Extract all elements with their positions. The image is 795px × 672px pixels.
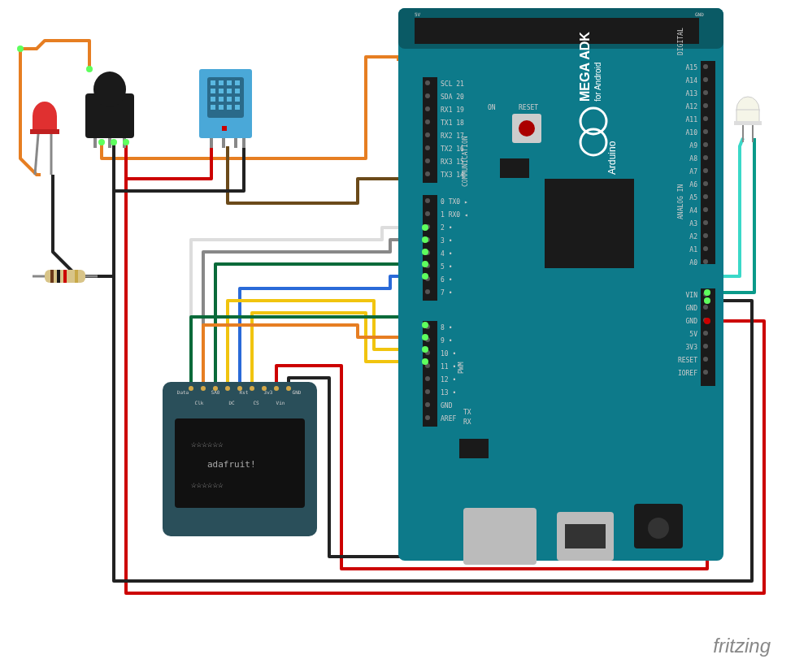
svg-text:GND: GND bbox=[695, 11, 704, 17]
svg-point-126 bbox=[648, 518, 669, 539]
svg-point-40 bbox=[703, 142, 708, 147]
svg-point-31 bbox=[425, 389, 430, 394]
svg-text:GND: GND bbox=[293, 389, 302, 395]
svg-text:A10: A10 bbox=[686, 129, 698, 137]
svg-rect-190 bbox=[50, 270, 54, 283]
reset-button[interactable] bbox=[512, 114, 541, 143]
svg-text:7 •: 7 • bbox=[441, 289, 452, 297]
svg-rect-161 bbox=[219, 97, 224, 102]
svg-rect-185 bbox=[734, 121, 762, 125]
svg-text:10 •: 10 • bbox=[441, 350, 456, 358]
svg-rect-169 bbox=[222, 138, 225, 148]
svg-text:Arduino: Arduino bbox=[606, 141, 618, 175]
svg-point-49 bbox=[703, 259, 708, 264]
svg-rect-193 bbox=[75, 270, 78, 283]
svg-rect-122 bbox=[463, 508, 537, 565]
svg-text:RESET: RESET bbox=[519, 104, 538, 111]
svg-rect-114 bbox=[459, 439, 489, 458]
svg-rect-170 bbox=[234, 138, 237, 148]
red-led bbox=[30, 102, 59, 175]
svg-text:11 •: 11 • bbox=[441, 363, 456, 371]
svg-point-51 bbox=[703, 305, 708, 310]
svg-point-13 bbox=[425, 119, 430, 124]
svg-point-205 bbox=[422, 322, 428, 328]
svg-point-53 bbox=[703, 331, 708, 336]
svg-text:SDA 20: SDA 20 bbox=[441, 93, 464, 101]
svg-point-41 bbox=[703, 155, 708, 160]
svg-text:A9: A9 bbox=[689, 142, 697, 150]
svg-point-12 bbox=[425, 106, 430, 111]
svg-point-37 bbox=[703, 103, 708, 108]
svg-text:A4: A4 bbox=[689, 207, 697, 215]
svg-text:DIGITAL: DIGITAL bbox=[677, 28, 684, 55]
svg-point-38 bbox=[703, 116, 708, 121]
svg-text:☆☆☆☆☆☆: ☆☆☆☆☆☆ bbox=[191, 479, 224, 490]
svg-point-207 bbox=[422, 346, 428, 353]
fritzing-brand: fritzing bbox=[713, 635, 771, 657]
svg-point-206 bbox=[422, 334, 428, 340]
svg-point-45 bbox=[703, 207, 708, 212]
svg-point-14 bbox=[425, 132, 430, 137]
svg-text:6 •: 6 • bbox=[441, 276, 452, 284]
svg-point-208 bbox=[422, 358, 428, 365]
resistor bbox=[33, 270, 98, 283]
svg-text:☆☆☆☆☆☆: ☆☆☆☆☆☆ bbox=[191, 439, 224, 449]
svg-point-174 bbox=[93, 72, 126, 107]
svg-rect-0 bbox=[398, 8, 723, 561]
svg-text:TX2 16: TX2 16 bbox=[441, 145, 464, 153]
svg-text:RX: RX bbox=[463, 418, 471, 426]
svg-rect-172 bbox=[222, 126, 227, 131]
svg-point-204 bbox=[422, 273, 428, 280]
svg-point-146 bbox=[250, 386, 254, 391]
svg-point-147 bbox=[262, 386, 267, 391]
svg-rect-157 bbox=[219, 89, 224, 93]
svg-text:adafruit!: adafruit! bbox=[207, 459, 256, 470]
svg-point-16 bbox=[425, 158, 430, 163]
svg-text:A15: A15 bbox=[686, 64, 698, 72]
svg-point-149 bbox=[286, 386, 291, 391]
svg-point-210 bbox=[704, 297, 710, 304]
svg-rect-124 bbox=[565, 524, 606, 548]
svg-text:4 •: 4 • bbox=[441, 250, 452, 258]
svg-rect-191 bbox=[57, 270, 60, 283]
svg-rect-162 bbox=[227, 97, 232, 102]
svg-point-141 bbox=[189, 386, 193, 391]
svg-point-197 bbox=[98, 139, 105, 145]
svg-point-32 bbox=[425, 402, 430, 407]
svg-text:GND: GND bbox=[441, 402, 453, 410]
svg-rect-160 bbox=[211, 97, 215, 102]
svg-point-11 bbox=[425, 93, 430, 98]
svg-text:PWM: PWM bbox=[458, 362, 465, 374]
svg-text:A8: A8 bbox=[689, 155, 697, 163]
svg-rect-108 bbox=[545, 179, 634, 268]
svg-rect-8 bbox=[701, 61, 715, 264]
oled-display: ☆☆☆☆☆☆ adafruit! ☆☆☆☆☆☆ Data Clk SA0 DC … bbox=[163, 382, 317, 536]
svg-rect-164 bbox=[211, 105, 215, 110]
svg-text:A12: A12 bbox=[686, 103, 698, 111]
svg-point-202 bbox=[422, 249, 428, 255]
svg-point-196 bbox=[86, 66, 93, 72]
svg-point-195 bbox=[17, 46, 24, 52]
dht11-sensor bbox=[199, 69, 252, 148]
svg-rect-6 bbox=[423, 195, 437, 301]
svg-rect-192 bbox=[63, 270, 67, 283]
svg-text:ANALOG IN: ANALOG IN bbox=[677, 184, 684, 219]
svg-point-201 bbox=[422, 236, 428, 243]
svg-rect-179 bbox=[33, 116, 57, 131]
svg-rect-152 bbox=[211, 80, 215, 85]
svg-text:CS: CS bbox=[253, 400, 259, 405]
svg-text:TX: TX bbox=[463, 409, 471, 416]
svg-text:A5: A5 bbox=[689, 194, 697, 202]
svg-point-43 bbox=[703, 181, 708, 186]
svg-rect-156 bbox=[211, 89, 215, 93]
svg-text:5 •: 5 • bbox=[441, 263, 452, 271]
svg-point-54 bbox=[703, 344, 708, 349]
svg-text:RX2 17: RX2 17 bbox=[441, 132, 464, 140]
svg-text:A0: A0 bbox=[689, 259, 697, 267]
svg-text:Data: Data bbox=[177, 389, 189, 395]
svg-rect-153 bbox=[219, 80, 224, 85]
svg-point-42 bbox=[703, 168, 708, 173]
svg-point-199 bbox=[123, 139, 129, 145]
svg-text:Clk: Clk bbox=[195, 400, 204, 405]
svg-text:RX1 19: RX1 19 bbox=[441, 106, 464, 114]
